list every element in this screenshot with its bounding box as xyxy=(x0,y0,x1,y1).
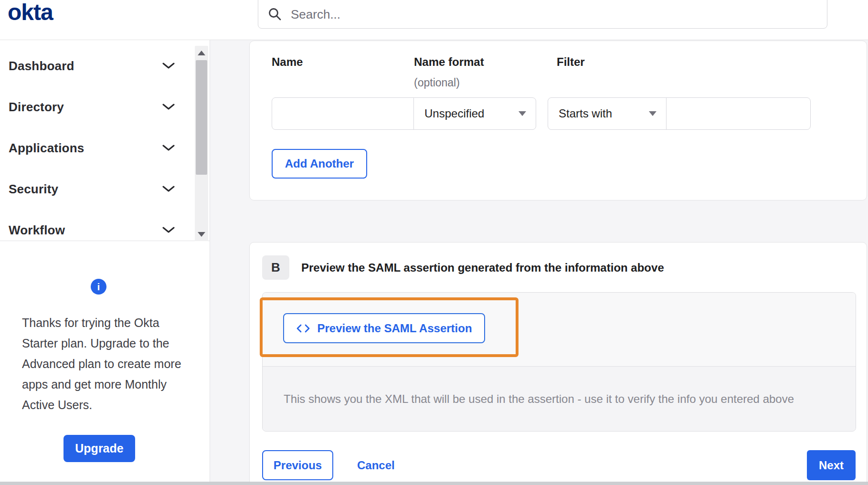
chevron-down-icon xyxy=(162,63,175,69)
chevron-down-icon xyxy=(162,186,175,192)
okta-logo: okta xyxy=(8,0,53,25)
caret-down-icon xyxy=(649,111,656,116)
upgrade-button[interactable]: Upgrade xyxy=(64,435,135,462)
chevron-down-icon xyxy=(162,104,175,110)
name-format-optional-hint: (optional) xyxy=(414,76,460,89)
name-format-column-label: Name format xyxy=(414,55,484,69)
sidebar: Dashboard Directory Applications Securit… xyxy=(0,40,210,485)
okta-admin-screen: okta Dashboard Directory xyxy=(0,0,868,485)
attribute-statements-card: Name Name format (optional) Filter Unspe… xyxy=(249,41,867,200)
caret-down-icon xyxy=(519,111,526,116)
search-box[interactable] xyxy=(258,0,827,29)
preview-button-label: Preview the SAML Assertion xyxy=(317,322,472,335)
sidebar-nav: Dashboard Directory Applications Securit… xyxy=(0,40,210,241)
name-format-select[interactable]: Unspecified xyxy=(413,97,536,130)
preview-box-lower: This shows you the XML that will be used… xyxy=(263,367,856,432)
main-content: Name Name format (optional) Filter Unspe… xyxy=(210,40,868,485)
name-format-selected-value: Unspecified xyxy=(424,107,484,120)
search-icon xyxy=(268,7,282,21)
sidebar-scrollbar[interactable] xyxy=(195,46,208,242)
sidebar-item-label: Security xyxy=(9,182,58,197)
name-column-label: Name xyxy=(272,55,303,69)
cancel-link[interactable]: Cancel xyxy=(357,450,395,480)
sidebar-item-dashboard[interactable]: Dashboard xyxy=(0,45,210,86)
chevron-down-icon xyxy=(162,227,175,233)
sidebar-item-directory[interactable]: Directory xyxy=(0,86,210,127)
upgrade-panel: i Thanks for trying the Okta Starter pla… xyxy=(0,241,210,485)
sidebar-item-label: Workflow xyxy=(9,223,65,238)
preview-saml-assertion-button[interactable]: Preview the SAML Assertion xyxy=(283,313,485,343)
sidebar-item-label: Applications xyxy=(9,141,84,156)
info-icon: i xyxy=(91,279,106,295)
search-input[interactable] xyxy=(290,7,817,22)
upgrade-note: Thanks for trying the Okta Starter plan.… xyxy=(22,313,181,415)
filter-column-label: Filter xyxy=(557,55,585,69)
sidebar-item-applications[interactable]: Applications xyxy=(0,127,210,169)
chevron-down-icon xyxy=(162,145,175,151)
preview-help-text: This shows you the XML that will be used… xyxy=(284,392,794,406)
preview-saml-card: B Preview the SAML assertion generated f… xyxy=(249,242,867,485)
scrollbar-thumb[interactable] xyxy=(196,60,207,175)
sidebar-item-label: Dashboard xyxy=(9,59,74,74)
attribute-name-input[interactable] xyxy=(272,97,414,130)
preview-section-title: Preview the SAML assertion generated fro… xyxy=(301,261,664,274)
filter-type-selected-value: Starts with xyxy=(559,107,612,120)
previous-button[interactable]: Previous xyxy=(262,450,333,480)
filter-type-select[interactable]: Starts with xyxy=(548,97,667,130)
scroll-down-icon[interactable] xyxy=(195,228,208,241)
sidebar-item-security[interactable]: Security xyxy=(0,169,210,210)
filter-value-input[interactable] xyxy=(666,97,811,130)
next-button[interactable]: Next xyxy=(807,450,856,480)
sidebar-item-label: Directory xyxy=(9,100,64,115)
add-another-button[interactable]: Add Another xyxy=(272,149,367,179)
code-icon xyxy=(296,324,311,333)
viewport-bottom-strip xyxy=(0,482,868,485)
top-bar: okta xyxy=(0,0,868,40)
scroll-up-icon[interactable] xyxy=(195,47,208,59)
step-badge: B xyxy=(262,255,289,280)
